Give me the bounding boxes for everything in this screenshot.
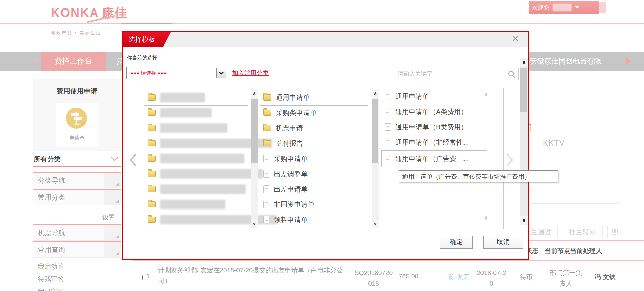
redacted-label (160, 184, 246, 194)
template-columns-box: ∧ ∨ 通用申请单 采购类申请单 机票申请 兑付报告 采购申请单 出差调整单 出… (139, 88, 504, 229)
close-icon[interactable]: ✕ (512, 34, 519, 44)
list-item[interactable]: 出差调整单 (263, 168, 308, 180)
list-item-selected[interactable]: 通用申请单（广告费、... (385, 152, 469, 165)
dotted-separator (535, 169, 615, 169)
folder-icon (148, 156, 156, 162)
folder-item-redacted[interactable] (148, 91, 205, 104)
list-item[interactable]: 非固资申请单 (263, 198, 315, 211)
folder-icon (263, 125, 271, 131)
kktv-label: KKTV (543, 139, 565, 148)
folder-icon (263, 110, 271, 116)
welcome-label: 欢迎您 (532, 4, 549, 12)
sidebar-item-flight-nav[interactable]: 机票导航 (33, 224, 121, 241)
folder-item-redacted[interactable] (148, 107, 212, 119)
nav-scroll-right-icon[interactable] (626, 57, 631, 64)
folder-item-redacted[interactable] (148, 168, 263, 180)
column1-scrollbar[interactable]: ∧ ∨ (251, 89, 258, 228)
column-separator (259, 89, 259, 227)
company-selector[interactable]: 安徽康佳同创电器有限 (530, 52, 632, 71)
row-date: 2018-07-20 (475, 268, 508, 289)
scroll-thumb[interactable] (251, 99, 258, 163)
list-item[interactable]: 通用申请单（A类费用） (385, 106, 468, 118)
user-menu[interactable]: 欢迎您 (529, 1, 599, 14)
row-description: 计划财务部:陈 友宏在2018-07-20提交的出差申请单（白电非分公司） (158, 265, 354, 286)
all-categories-label: 所有分类 (34, 154, 61, 164)
current-selection-label: 你当前的选择: (127, 55, 159, 61)
folder-item-redacted[interactable] (148, 122, 227, 134)
item-label: 通用申请单（B类费用） (395, 123, 468, 132)
file-icon (263, 185, 269, 193)
column-separator (381, 89, 381, 227)
keyword-search-box (393, 68, 519, 80)
sidebar-link-my-started[interactable]: 我启动的 (38, 262, 64, 271)
folder-item-redacted[interactable] (148, 183, 246, 195)
row-checkbox[interactable] (137, 275, 143, 280)
keyword-search-input[interactable] (393, 68, 507, 80)
redacted-label (160, 108, 212, 117)
file-icon (385, 108, 391, 115)
tile-label: 申请单 (56, 135, 98, 141)
redacted-label (160, 154, 244, 163)
grid-view-button[interactable] (607, 226, 622, 238)
grid-icon (612, 229, 618, 235)
scroll-down-icon[interactable]: ∨ (484, 214, 488, 221)
row-current-handler: 冯 文钦 (594, 273, 615, 281)
folder-item-redacted[interactable] (148, 198, 225, 211)
scroll-thumb[interactable] (372, 99, 378, 163)
list-item[interactable]: 机票申请 (263, 122, 303, 134)
page-left-icon[interactable] (129, 153, 137, 168)
application-form-tile[interactable]: 申请单 (56, 103, 98, 147)
settings-link[interactable]: 设置 (102, 213, 115, 221)
page-right-icon[interactable] (506, 153, 514, 168)
sidebar-item-common-query[interactable]: 常用查询 (33, 241, 121, 258)
confirm-button[interactable]: 确定 (440, 236, 473, 249)
scroll-up-icon[interactable]: ∧ (520, 58, 528, 67)
list-item[interactable]: 通用申请单（B类费用） (385, 121, 468, 133)
list-item[interactable]: 通用申请单 (385, 90, 429, 103)
list-item[interactable]: 出差申请单 (263, 183, 308, 195)
batch-reject-button[interactable]: 批量驳回 (563, 226, 603, 238)
list-item[interactable]: 兑付报告 (263, 137, 303, 149)
header-current-handler: 当前处理人 (570, 247, 602, 255)
redacted-label (160, 93, 205, 102)
scroll-up-icon[interactable]: ∧ (372, 89, 379, 97)
item-label: 通用申请单 (276, 93, 310, 102)
list-item[interactable]: 采购类申请单 (263, 107, 317, 119)
sidebar-link-my-reviewed[interactable]: 我已审的 (38, 287, 64, 291)
sidebar-item-category-nav[interactable]: 分类导航 (33, 172, 121, 188)
scroll-up-icon[interactable]: ∧ (484, 91, 488, 98)
redacted-label (160, 169, 263, 179)
row-current-node: 部门第一负责人 (547, 268, 585, 289)
item-label: 机票申请 (276, 124, 303, 133)
nav-scroll-left-icon[interactable] (33, 57, 37, 64)
scroll-thumb[interactable] (520, 68, 527, 112)
scroll-down-icon[interactable]: ∨ (520, 216, 528, 225)
chevron-down-icon[interactable] (111, 157, 119, 163)
add-to-common-category-link[interactable]: 加入常用分类 (232, 69, 269, 77)
folder-item-redacted[interactable] (148, 152, 244, 165)
panel-title: 费用使用申请 (33, 87, 121, 96)
folder-icon (263, 140, 271, 146)
search-icon[interactable] (508, 70, 516, 78)
modal-scrollbar[interactable]: ∧ ∨ (520, 58, 528, 225)
cancel-button[interactable]: 取消 (483, 236, 523, 249)
row-label: 常用分类 (33, 193, 104, 202)
row-submitter-link[interactable]: 陈 友宏 (449, 273, 470, 281)
folder-icon (148, 186, 156, 192)
list-item[interactable]: 通用申请单（非经常性... (385, 136, 469, 148)
scroll-up-icon[interactable]: ∧ (251, 89, 258, 97)
scroll-down-icon[interactable]: ∨ (372, 220, 379, 228)
sidebar-item-common-category[interactable]: 常用分类 (33, 189, 121, 205)
list-item[interactable]: 通用申请单 (263, 91, 310, 104)
sidebar-link-pending-my-review[interactable]: 待我审的 (38, 275, 64, 284)
list-item[interactable]: 领料申请单 (263, 214, 308, 226)
folder-icon (148, 171, 156, 177)
tab-expense-workbench[interactable]: 费控工作台 (41, 52, 106, 71)
column2-scrollbar[interactable]: ∧ ∨ (372, 89, 379, 228)
list-item[interactable]: 采购申请单 (263, 152, 308, 165)
file-icon (263, 170, 269, 178)
scroll-down-icon[interactable]: ∨ (251, 220, 258, 228)
item-label: 采购申请单 (274, 154, 308, 163)
template-category-select[interactable]: === 请选择 === (126, 67, 227, 79)
folder-icon (148, 94, 156, 101)
